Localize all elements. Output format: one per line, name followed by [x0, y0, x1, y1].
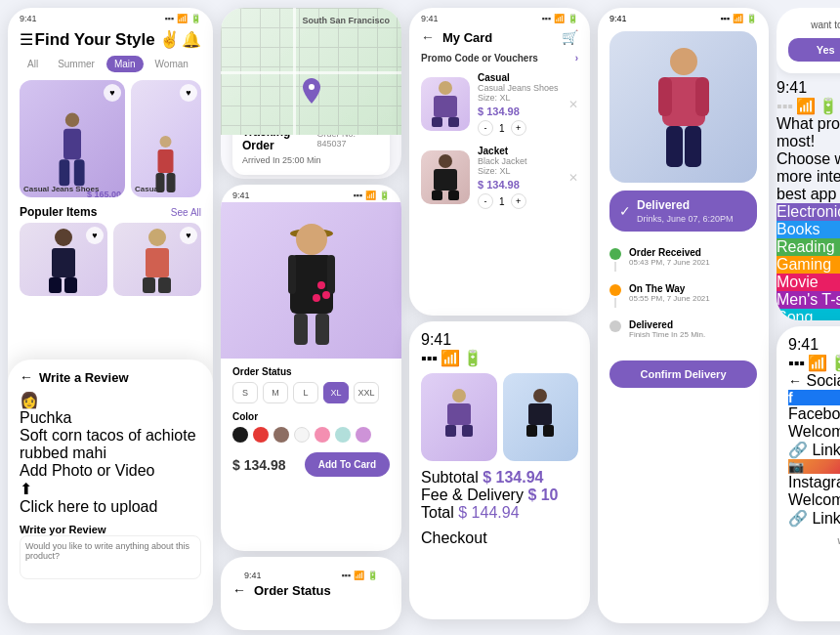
qty-plus-2[interactable]: +	[511, 193, 526, 209]
color-pink[interactable]	[315, 427, 330, 443]
product-price: $ 134.98	[232, 457, 286, 473]
hero-item-side[interactable]: Casual ♥	[131, 80, 201, 197]
popular-header: Populer Items See All	[8, 197, 213, 223]
tab-main[interactable]: Main	[106, 56, 144, 72]
tag-movie[interactable]: Movie	[777, 274, 840, 291]
delivered-icon: ✓	[619, 203, 631, 219]
add-media-label: Add Photo or Video	[20, 462, 201, 480]
upload-box[interactable]: ⬆ Click here to upload	[20, 480, 201, 516]
cart-size-2: Size: XL	[478, 166, 561, 176]
review-nav: ← Write a Review	[20, 369, 201, 385]
summary-img-1	[421, 373, 497, 461]
time-1: 9:41	[20, 14, 37, 23]
color-brown[interactable]	[273, 427, 289, 443]
phone-order-status-small: 9:41 ▪▪▪ 📶 🔋 ← Order Status	[221, 557, 401, 630]
size-m[interactable]: M	[263, 382, 288, 403]
wishlist-btn-p1[interactable]: ♥	[86, 227, 104, 244]
cart-icon[interactable]: 🛒	[562, 29, 578, 45]
dark-prefs-sub: Choose which you have more interest to g…	[777, 150, 840, 203]
tag-reading[interactable]: Reading	[777, 238, 840, 256]
tab-summer[interactable]: Summer	[50, 56, 103, 72]
subtotal-row: Subtotal $ 134.94	[421, 469, 578, 487]
phone-social: 9:41 ▪▪▪ 📶 🔋 ← Social Network f Facebook…	[777, 326, 840, 621]
color-white[interactable]	[294, 427, 310, 443]
promo-row[interactable]: Promo Code or Vouchers ›	[409, 49, 590, 67]
tag-books[interactable]: Books	[777, 221, 840, 238]
remove-btn-2[interactable]: ✕	[568, 171, 578, 185]
menu-icon[interactable]: ☰	[20, 30, 33, 49]
social-back-btn[interactable]: ←	[788, 373, 802, 389]
facebook-link-btn[interactable]: 🔗 Link	[788, 441, 840, 459]
summary-images	[421, 373, 578, 461]
size-section: Order Status S M L XL XXL	[221, 359, 401, 407]
review-panel: ← Write a Review 👩 Puchka Soft corn taco…	[8, 360, 213, 623]
phone-order-timeline: 9:41 ▪▪▪ 📶 🔋 ✓ Delivered Drinks, June 07…	[598, 8, 769, 623]
remove-btn-1[interactable]: ✕	[568, 98, 578, 111]
time-mycard: 9:41	[421, 14, 439, 23]
svg-point-18	[296, 224, 327, 255]
back-order-status[interactable]: ←	[232, 582, 246, 598]
qty-minus-1[interactable]: -	[478, 120, 493, 136]
product-tags: Electronics Books Reading Gaming Movie M…	[777, 203, 840, 320]
tl-item-2: On The Way 05:55 PM, 7 June 2021	[609, 283, 757, 310]
tracking-time: Arrived In 25:00 Min	[242, 155, 380, 165]
reviewer-desc: Soft corn tacos of achiote rubbed mahi	[20, 427, 201, 462]
notification-icon[interactable]: 🔔	[182, 30, 201, 49]
qty-minus-2[interactable]: -	[478, 193, 493, 209]
tab-woman[interactable]: Woman	[147, 56, 196, 72]
color-red[interactable]	[253, 427, 269, 443]
color-purple[interactable]	[356, 427, 371, 443]
summary-img-2	[503, 373, 579, 461]
cart-item-2: Jacket Black Jacket Size: XL $ 134.98 - …	[409, 141, 590, 214]
subtotal-val: $ 134.94	[483, 469, 543, 486]
wishlist-btn-main[interactable]: ♥	[104, 84, 121, 102]
size-xl[interactable]: XL	[323, 382, 349, 403]
phone-my-card: 9:41 ▪▪▪ 📶 🔋 ← My Card 🛒 Promo Code or V…	[409, 8, 590, 316]
tab-all[interactable]: All	[20, 56, 46, 72]
color-section: Color	[221, 407, 401, 446]
size-xxl[interactable]: XXL	[354, 382, 379, 403]
add-to-card-btn[interactable]: Add To Card	[305, 452, 390, 477]
size-row: S M L XL XXL	[232, 382, 390, 403]
size-s[interactable]: S	[232, 382, 258, 403]
tag-gaming[interactable]: Gaming	[777, 256, 840, 274]
cart-info-1: Casual Casual Jeans Shoes Size: XL $ 134…	[478, 72, 561, 136]
tag-mens[interactable]: Men's T-shirt	[777, 291, 840, 309]
tag-song[interactable]: Song	[777, 309, 840, 320]
unlink-yes-btn[interactable]: Yes	[788, 38, 840, 62]
promo-arrow-icon: ›	[575, 53, 578, 64]
cart-name-1: Casual	[478, 72, 561, 83]
review-title: Write a Review	[39, 370, 129, 385]
unlink-buttons: Yes NO	[788, 38, 840, 62]
hero-item-main[interactable]: Casual Jeans Shoes $ 165.00 ♥	[20, 80, 125, 197]
svg-rect-11	[64, 277, 77, 293]
popular-item-2[interactable]: ♥	[113, 223, 201, 296]
mycard-back-btn[interactable]: ←	[421, 29, 435, 45]
review-textarea[interactable]	[20, 535, 201, 579]
color-black[interactable]	[232, 427, 248, 443]
popular-item-1[interactable]: ♥	[20, 223, 107, 296]
tl-item-1: Order Received 05:43 PM, 7 June 2021	[609, 247, 757, 274]
promo-label: Promo Code or Vouchers	[421, 53, 538, 64]
qty-row-2: - 1 +	[478, 193, 561, 209]
wishlist-btn-p2[interactable]: ♥	[180, 227, 197, 244]
total-label: Total	[421, 504, 454, 521]
instagram-link-btn[interactable]: 🔗 Link	[788, 509, 840, 528]
checkout-button[interactable]: Checkout	[421, 529, 578, 547]
svg-point-12	[148, 229, 166, 246]
confirm-delivery-btn[interactable]: Confirm Delivery	[609, 360, 757, 388]
hero-price-main: $ 165.00	[87, 190, 121, 197]
phone-dark-prefs: want to unlink with google Yes NO 9:41 ▪…	[777, 8, 840, 320]
color-teal[interactable]	[335, 427, 351, 443]
qty-plus-1[interactable]: +	[511, 120, 526, 136]
mycard-title: My Card	[442, 30, 492, 45]
review-back-btn[interactable]: ←	[20, 369, 33, 385]
svg-rect-47	[666, 126, 683, 167]
see-all-btn[interactable]: See All	[171, 207, 201, 218]
wishlist-btn-side[interactable]: ♥	[180, 84, 197, 102]
reviewer-info: 👩 Puchka Soft corn tacos of achiote rubb…	[20, 391, 201, 462]
svg-rect-9	[52, 248, 75, 277]
tag-electronics[interactable]: Electronics	[777, 203, 840, 221]
size-l[interactable]: L	[293, 382, 318, 403]
svg-rect-30	[448, 117, 459, 127]
